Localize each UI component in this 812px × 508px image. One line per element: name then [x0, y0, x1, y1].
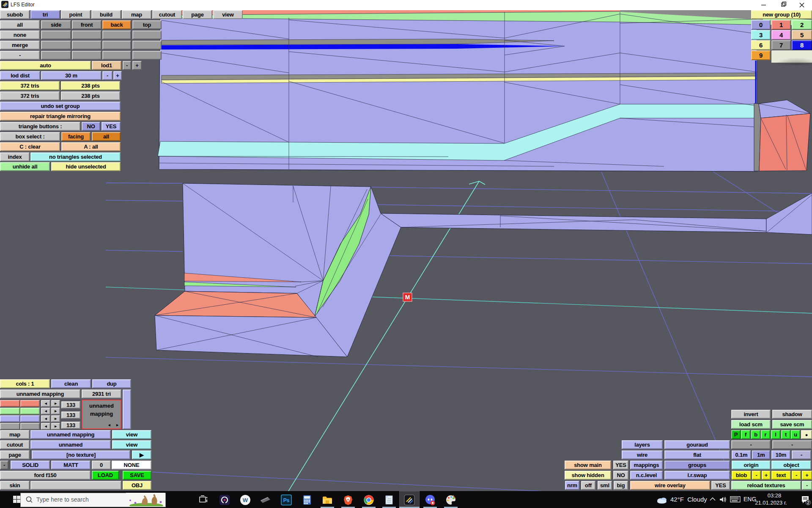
svg-text:2: 2: [807, 500, 809, 505]
svg-text:M: M: [405, 294, 410, 301]
svg-text:W: W: [243, 497, 248, 503]
svg-text:Ps: Ps: [283, 497, 290, 503]
